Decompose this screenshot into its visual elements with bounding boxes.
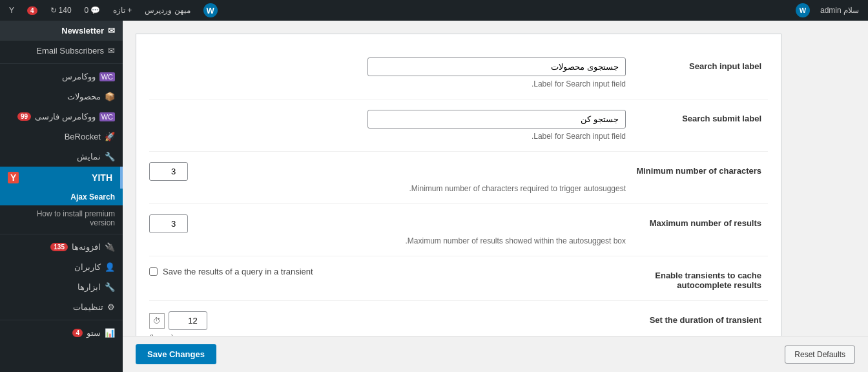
woo-fa-icon: WC xyxy=(99,112,115,121)
settings-panel: Search input label Label for Search inpu… xyxy=(136,34,781,366)
user-greeting: سلام admin xyxy=(820,6,859,15)
plugins-label: افزونه‌ها xyxy=(72,242,101,252)
email-subscribers-label: Email Subscribers xyxy=(36,46,104,56)
duration-icon[interactable]: ⏱ xyxy=(149,313,165,329)
settings-icon: ⚙ xyxy=(107,302,115,312)
plugins-badge: 135 xyxy=(50,243,68,251)
products-icon: 📦 xyxy=(105,92,115,101)
comment-count: 0 xyxy=(85,6,89,15)
plugin-icon: 🔌 xyxy=(105,242,115,252)
duration-wrapper: ⏱ xyxy=(149,311,626,330)
admin-bar-logo[interactable]: W xyxy=(200,0,222,21)
display-label: نمایش xyxy=(77,152,101,161)
enable-transients-checkbox[interactable] xyxy=(149,267,158,276)
seto-icon: 📊 xyxy=(105,328,115,338)
sidebar-item-email-subscribers[interactable]: ✉ Email Subscribers xyxy=(0,41,123,61)
search-submit-label-field[interactable] xyxy=(367,110,626,129)
tools-label: ابزارها xyxy=(78,282,101,292)
woo-icon: WC xyxy=(99,72,115,81)
notify-badge: 4 xyxy=(27,6,37,15)
users-icon: 👤 xyxy=(105,262,115,272)
reset-defaults-button[interactable]: Reset Defaults xyxy=(785,346,855,364)
admin-bar-site[interactable]: میهن وردپرس xyxy=(141,0,194,21)
enable-transients-title: Enable transients to cache autocomplete … xyxy=(626,267,768,290)
products-label: محصولات xyxy=(67,92,101,101)
premium-label: How to install premium version xyxy=(37,209,115,227)
envelope-icon: ✉ xyxy=(108,26,115,36)
search-submit-label-title: Search submit label xyxy=(626,110,768,123)
search-submit-label-control: Label for Search input field. xyxy=(149,110,626,141)
admin-bar-updates[interactable]: 140 ↻ xyxy=(46,0,76,21)
sidebar-divider-1 xyxy=(0,63,123,64)
admin-bar-new[interactable]: + تازه xyxy=(109,0,136,21)
sidebar-item-yith[interactable]: YITH Y xyxy=(0,167,123,189)
search-input-label-title: Search input label xyxy=(626,57,768,71)
search-submit-label-help: Label for Search input field. xyxy=(149,132,626,141)
sidebar-item-seto[interactable]: 📊 ستو 4 xyxy=(0,323,123,343)
min-chars-control: Minimum number of characters required to… xyxy=(149,162,626,193)
users-label: کاربران xyxy=(74,262,101,272)
sidebar-item-products[interactable]: 📦 محصولات xyxy=(0,87,123,107)
main-content: Search input label Label for Search inpu… xyxy=(123,21,868,372)
sidebar-divider-3 xyxy=(0,320,123,320)
max-results-help: Maximum number of results showed within … xyxy=(149,236,626,245)
email-subscribers-icon: ✉ xyxy=(108,46,115,56)
tools-icon: 🔧 xyxy=(105,282,115,292)
max-results-title: Maximum number of results xyxy=(626,214,768,228)
admin-bar-yith-icon[interactable]: Y xyxy=(5,0,18,21)
berocket-label: BeRocket xyxy=(65,132,101,141)
ajax-search-label: Ajax Search xyxy=(70,192,115,202)
min-chars-field[interactable] xyxy=(149,162,188,181)
newsletter-label: Newsletter xyxy=(61,26,104,36)
new-item-icon: + xyxy=(127,6,132,15)
footer-bar: Save Changes Reset Defaults xyxy=(123,336,868,372)
comment-icon: 💬 xyxy=(90,6,100,15)
save-changes-button[interactable]: Save Changes xyxy=(136,344,216,364)
sidebar-item-tools[interactable]: 🔧 ابزارها xyxy=(0,277,123,297)
sidebar-item-settings[interactable]: ⚙ تنظیمات xyxy=(0,297,123,317)
enable-transients-control: Save the results of a query in a transie… xyxy=(149,267,626,276)
woocommerce-fa-label: ووکامرس فارسی xyxy=(35,112,96,121)
update-icon: ↻ xyxy=(50,6,57,15)
enable-transients-checkbox-label: Save the results of a query in a transie… xyxy=(163,267,313,276)
update-count: 140 xyxy=(59,6,72,15)
new-item-label: تازه xyxy=(113,6,125,15)
admin-bar: W میهن وردپرس + تازه 💬 0 140 ↻ 4 Y سلام … xyxy=(0,0,868,21)
sidebar-item-berocket[interactable]: 🚀 BeRocket xyxy=(0,127,123,147)
sidebar-item-display[interactable]: 🔧 نمایش xyxy=(0,147,123,167)
admin-bar-comments[interactable]: 💬 0 xyxy=(81,0,105,21)
max-results-field[interactable] xyxy=(149,214,188,233)
transient-duration-field[interactable] xyxy=(169,311,207,330)
sidebar-item-plugins[interactable]: 🔌 افزونه‌ها 135 xyxy=(0,237,123,257)
admin-bar-wp[interactable]: W xyxy=(792,0,814,21)
search-input-label-help: Label for Search input field. xyxy=(149,79,626,88)
row-max-results: Maximum number of results Maximum number… xyxy=(149,204,768,256)
admin-bar-notify[interactable]: 4 xyxy=(23,0,41,21)
woo-fa-badge: 99 xyxy=(17,112,31,121)
sidebar-item-users[interactable]: 👤 کاربران xyxy=(0,257,123,277)
enable-transients-checkbox-row: Save the results of a query in a transie… xyxy=(149,267,626,276)
transient-duration-title: Set the duration of transient xyxy=(626,311,768,325)
max-results-control: Maximum number of results showed within … xyxy=(149,214,626,245)
search-input-label-field[interactable] xyxy=(367,57,626,76)
sidebar-item-premium[interactable]: How to install premium version xyxy=(0,205,123,231)
min-chars-help: Minimum number of characters required to… xyxy=(149,184,626,193)
row-search-submit-label: Search submit label Label for Search inp… xyxy=(149,99,768,152)
display-icon: 🔧 xyxy=(105,152,115,161)
seto-badge: 4 xyxy=(72,329,83,337)
sidebar-item-woocommerce[interactable]: WC ووکامرس xyxy=(0,67,123,87)
row-enable-transients: Enable transients to cache autocomplete … xyxy=(149,256,768,301)
yith-icon: Y xyxy=(8,172,19,183)
sidebar-item-ajax-search[interactable]: Ajax Search xyxy=(0,189,123,205)
woocommerce-label: ووکامرس xyxy=(62,72,96,81)
sidebar-item-newsletter[interactable]: ✉ Newsletter xyxy=(0,21,123,41)
wordpress-logo: W xyxy=(796,3,810,17)
row-search-input-label: Search input label Label for Search inpu… xyxy=(149,47,768,99)
sidebar: ✉ Newsletter ✉ Email Subscribers WC ووکا… xyxy=(0,21,123,372)
seto-label: ستو xyxy=(87,328,101,338)
admin-bar-user[interactable]: سلام admin xyxy=(816,0,863,21)
settings-label: تنظیمات xyxy=(73,302,103,312)
site-name: میهن وردپرس xyxy=(145,6,190,15)
sidebar-divider-2 xyxy=(0,234,123,234)
sidebar-item-woocommerce-fa[interactable]: WC ووکامرس فارسی 99 xyxy=(0,107,123,127)
